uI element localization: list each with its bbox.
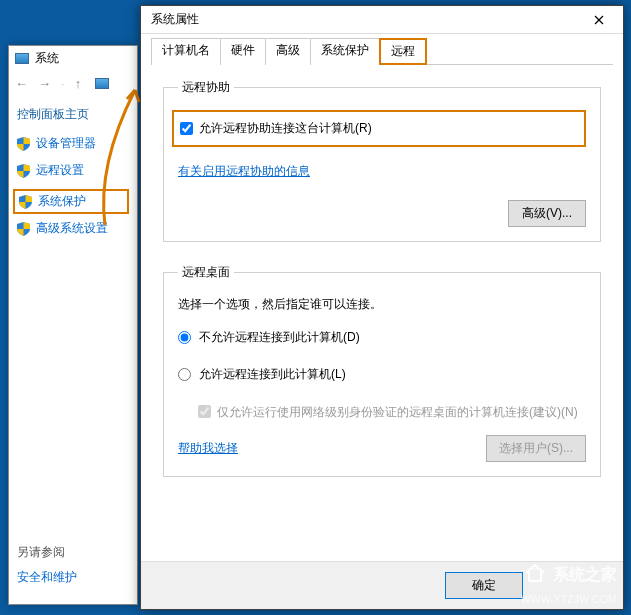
sub-checkbox-label: 仅允许运行使用网络级别身份验证的远程桌面的计算机连接(建议)(N) [217,403,578,421]
cp-footer-heading: 另请参阅 [17,544,77,561]
shield-icon [17,222,30,236]
radio-row-disallow: 不允许远程连接到此计算机(D) [178,329,586,346]
fieldset-remote-desktop: 远程桌面 选择一个选项，然后指定谁可以连接。 不允许远程连接到此计算机(D) 允… [163,264,601,477]
close-button[interactable] [579,8,619,32]
forward-arrow-icon[interactable]: → [38,76,51,91]
button-assist-advanced[interactable]: 高级(V)... [508,200,586,227]
fieldset-remote-assist: 远程协助 允许远程协助连接这台计算机(R) 有关启用远程协助的信息 高级(V).… [163,79,601,242]
tab-computer-name[interactable]: 计算机名 [151,38,221,65]
tab-hardware[interactable]: 硬件 [220,38,266,65]
radio-row-allow: 允许远程连接到此计算机(L) [178,366,586,383]
watermark-sub: WWW.XTZJW.COM [521,594,617,605]
checkbox-allow-remote-assist[interactable] [180,122,193,135]
nav-sep: · [61,76,65,91]
sub-checkbox-row: 仅允许运行使用网络级别身份验证的远程桌面的计算机连接(建议)(N) [198,403,586,421]
link-help-choose[interactable]: 帮助我选择 [178,440,238,457]
link-label: 远程设置 [36,162,84,179]
checkbox-row-allow-assist: 允许远程协助连接这台计算机(R) [172,110,586,147]
checkbox-nla-only [198,405,211,418]
tab-system-protection[interactable]: 系统保护 [310,38,380,65]
tab-content-remote: 远程协助 允许远程协助连接这台计算机(R) 有关启用远程协助的信息 高级(V).… [141,65,623,511]
back-arrow-icon[interactable]: ← [15,76,28,91]
radio-allow-remote[interactable] [178,368,191,381]
checkbox-label[interactable]: 允许远程协助连接这台计算机(R) [199,120,372,137]
link-label: 设备管理器 [36,135,96,152]
tab-remote[interactable]: 远程 [379,38,427,65]
radio-label[interactable]: 不允许远程连接到此计算机(D) [199,329,360,346]
legend-remote-assist: 远程协助 [178,79,234,96]
tab-bar: 计算机名 硬件 高级 系统保护 远程 [141,38,623,65]
dialog-title: 系统属性 [151,11,199,28]
desktop-desc: 选择一个选项，然后指定谁可以连接。 [178,295,586,313]
cp-title-bar: 系统 [9,46,137,70]
system-properties-dialog: 系统属性 计算机名 硬件 高级 系统保护 远程 远程协助 允许远程协助连接这台计… [140,5,624,610]
dialog-titlebar: 系统属性 [141,6,623,34]
desktop-bottom-row: 帮助我选择 选择用户(S)... [178,435,586,462]
link-label: 系统保护 [38,193,86,210]
cp-title: 系统 [35,50,59,67]
cp-footer-link[interactable]: 安全和维护 [17,569,77,586]
shield-icon [17,164,30,178]
legend-remote-desktop: 远程桌面 [178,264,234,281]
button-select-users: 选择用户(S)... [486,435,586,462]
tab-advanced[interactable]: 高级 [265,38,311,65]
shield-icon [19,195,32,209]
monitor-icon [15,53,29,64]
close-icon [594,15,604,25]
up-arrow-icon[interactable]: ↑ [75,76,82,91]
radio-label[interactable]: 允许远程连接到此计算机(L) [199,366,346,383]
cp-footer: 另请参阅 安全和维护 [17,544,77,586]
shield-icon [17,137,30,151]
button-ok[interactable]: 确定 [445,572,523,599]
link-assist-info[interactable]: 有关启用远程协助的信息 [178,163,310,180]
radio-disallow-remote[interactable] [178,331,191,344]
